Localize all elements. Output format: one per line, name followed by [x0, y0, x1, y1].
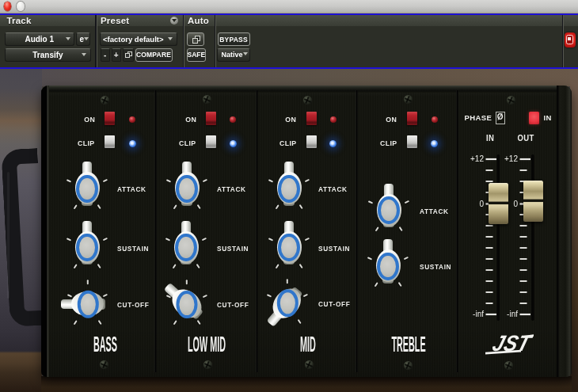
svg-text:-inf: -inf	[473, 310, 484, 318]
svg-text:-inf: -inf	[507, 310, 518, 318]
svg-text:0: 0	[513, 200, 518, 208]
svg-text:0: 0	[479, 200, 484, 208]
svg-text:+12: +12	[470, 154, 484, 163]
svg-text:+12: +12	[504, 154, 518, 163]
